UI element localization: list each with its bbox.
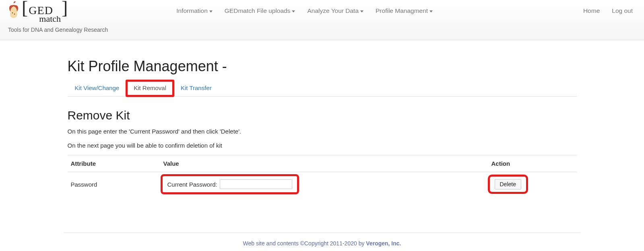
chevron-down-icon	[429, 10, 433, 12]
nav-item-information[interactable]: Information	[176, 7, 213, 14]
footer-text: Web site and contents ©Copyright 2011-20…	[243, 240, 366, 247]
nav-right: Home Log out	[583, 0, 636, 14]
section-title: Remove Kit	[68, 109, 577, 122]
brand-text-bottom: match	[29, 15, 61, 23]
nav-item-logout[interactable]: Log out	[612, 7, 633, 14]
chevron-down-icon	[209, 10, 213, 12]
intro-line-2: On the next page you will be able to con…	[68, 141, 577, 150]
th-value: Value	[160, 155, 488, 172]
intro-line-1: On this page enter the 'Current Password…	[68, 127, 577, 136]
tabs: Kit View/Change Kit Removal Kit Transfer	[68, 80, 577, 97]
nav-item-analyze[interactable]: Analyze Your Data	[307, 7, 363, 14]
brand-logo: [ GED match ]	[8, 1, 108, 23]
th-action: Action	[488, 155, 577, 172]
delete-action-group: Delete	[491, 178, 524, 190]
cell-value: Current Password:	[160, 172, 488, 197]
table-row: Password Current Password: Delete	[68, 172, 577, 197]
delete-button[interactable]: Delete	[495, 179, 521, 189]
cell-attribute: Password	[68, 172, 160, 197]
current-password-label: Current Password:	[167, 181, 217, 188]
tab-kit-transfer[interactable]: Kit Transfer	[173, 80, 219, 96]
cell-action: Delete	[488, 172, 577, 197]
current-password-group: Current Password:	[163, 177, 296, 191]
chevron-down-icon	[360, 10, 363, 12]
chevron-down-icon	[292, 10, 295, 12]
brand[interactable]: [ GED match ] Tools for DNA and Genealog…	[8, 0, 108, 33]
main-content: Kit Profile Management - Kit View/Change…	[64, 58, 581, 196]
brand-name: [ GED match ]	[22, 1, 68, 23]
footer-owner[interactable]: Verogen, Inc.	[366, 240, 401, 247]
nav-label: GEDmatch File uploads	[225, 7, 291, 14]
apple-core-icon	[8, 1, 19, 19]
footer-separator	[64, 232, 581, 233]
tab-kit-view-change[interactable]: Kit View/Change	[68, 80, 127, 96]
kit-remove-table: Attribute Value Action Password Current …	[68, 155, 577, 196]
th-attribute: Attribute	[68, 155, 160, 172]
nav-item-profile-management[interactable]: Profile Managment	[376, 7, 433, 14]
top-bar: [ GED match ] Tools for DNA and Genealog…	[0, 0, 644, 40]
footer: Web site and contents ©Copyright 2011-20…	[0, 240, 644, 251]
nav-label: Profile Managment	[376, 7, 428, 14]
svg-point-1	[14, 14, 15, 14]
svg-point-0	[12, 12, 13, 13]
main-nav: Information GEDmatch File uploads Analyz…	[176, 0, 433, 14]
tab-kit-removal[interactable]: Kit Removal	[126, 80, 173, 96]
current-password-input[interactable]	[220, 179, 292, 189]
nav-item-file-uploads[interactable]: GEDmatch File uploads	[225, 7, 295, 14]
nav-label: Information	[176, 7, 208, 14]
nav-label: Analyze Your Data	[307, 7, 359, 14]
nav-item-home[interactable]: Home	[583, 7, 600, 14]
page-title: Kit Profile Management -	[68, 58, 577, 75]
brand-tagline: Tools for DNA and Genealogy Research	[8, 27, 108, 33]
